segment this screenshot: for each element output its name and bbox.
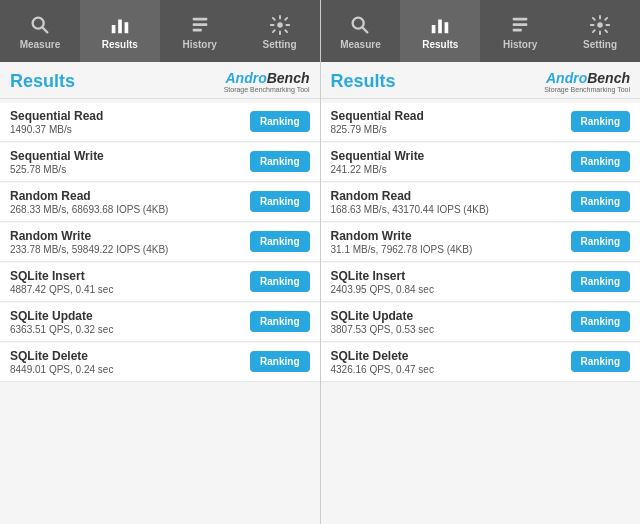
nav-label-setting: Setting — [263, 39, 297, 50]
nav-bar-left: MeasureResultsHistorySetting — [0, 0, 320, 62]
bench-info-4: SQLite Insert2403.95 QPS, 0.84 sec — [331, 269, 571, 295]
results-header-right: ResultsAndroBenchStorage Benchmarking To… — [321, 62, 641, 99]
bench-value-1: 525.78 MB/s — [10, 164, 250, 175]
bench-info-3: Random Write233.78 MB/s, 59849.22 IOPS (… — [10, 229, 250, 255]
panels-container: MeasureResultsHistorySettingResultsAndro… — [0, 0, 640, 524]
ranking-button-3[interactable]: Ranking — [250, 231, 309, 252]
bench-info-2: Random Read168.63 MB/s, 43170.44 IOPS (4… — [331, 189, 571, 215]
svg-rect-3 — [118, 19, 122, 33]
bench-row-0: Sequential Read825.79 MB/sRanking — [321, 103, 641, 142]
nav-item-setting-left[interactable]: Setting — [240, 0, 320, 62]
bench-value-6: 8449.01 QPS, 0.24 sec — [10, 364, 250, 375]
bench-value-1: 241.22 MB/s — [331, 164, 571, 175]
ranking-button-4[interactable]: Ranking — [250, 271, 309, 292]
ranking-button-5[interactable]: Ranking — [571, 311, 630, 332]
bench-list-right: Sequential Read825.79 MB/sRankingSequent… — [321, 99, 641, 524]
ranking-button-3[interactable]: Ranking — [571, 231, 630, 252]
bench-info-6: SQLite Delete4326.16 QPS, 0.47 sec — [331, 349, 571, 375]
bench-value-2: 168.63 MB/s, 43170.44 IOPS (4KB) — [331, 204, 571, 215]
bench-value-2: 268.33 MB/s, 68693.68 IOPS (4KB) — [10, 204, 250, 215]
bench-name-3: Random Write — [331, 229, 571, 243]
svg-line-10 — [363, 27, 368, 32]
search-icon — [28, 13, 52, 37]
bench-list-left: Sequential Read1490.37 MB/sRankingSequen… — [0, 99, 320, 524]
brand-logo-left: AndroBenchStorage Benchmarking Tool — [224, 70, 310, 94]
bench-name-4: SQLite Insert — [10, 269, 250, 283]
bench-row-6: SQLite Delete8449.01 QPS, 0.24 secRankin… — [0, 343, 320, 382]
svg-rect-4 — [124, 22, 128, 33]
bench-row-5: SQLite Update3807.53 QPS, 0.53 secRankin… — [321, 303, 641, 342]
bench-name-6: SQLite Delete — [331, 349, 571, 363]
brand-sub: Storage Benchmarking Tool — [544, 86, 630, 94]
results-header-left: ResultsAndroBenchStorage Benchmarking To… — [0, 62, 320, 99]
bench-name-2: Random Read — [331, 189, 571, 203]
bench-info-0: Sequential Read825.79 MB/s — [331, 109, 571, 135]
bench-name-0: Sequential Read — [10, 109, 250, 123]
bench-info-3: Random Write31.1 MB/s, 7962.78 IOPS (4KB… — [331, 229, 571, 255]
nav-item-results-left[interactable]: Results — [80, 0, 160, 62]
ranking-button-2[interactable]: Ranking — [571, 191, 630, 212]
ranking-button-6[interactable]: Ranking — [571, 351, 630, 372]
ranking-button-1[interactable]: Ranking — [250, 151, 309, 172]
svg-rect-13 — [445, 22, 449, 33]
bench-info-5: SQLite Update3807.53 QPS, 0.53 sec — [331, 309, 571, 335]
ranking-button-0[interactable]: Ranking — [250, 111, 309, 132]
svg-rect-5 — [192, 17, 207, 20]
nav-label-setting: Setting — [583, 39, 617, 50]
ranking-button-2[interactable]: Ranking — [250, 191, 309, 212]
bench-value-0: 825.79 MB/s — [331, 124, 571, 135]
gear-icon — [588, 13, 612, 37]
bench-value-0: 1490.37 MB/s — [10, 124, 250, 135]
ranking-button-6[interactable]: Ranking — [250, 351, 309, 372]
brand-name: AndroBench — [224, 70, 310, 86]
nav-item-results-right[interactable]: Results — [400, 0, 480, 62]
gear-icon — [268, 13, 292, 37]
bench-row-2: Random Read268.33 MB/s, 68693.68 IOPS (4… — [0, 183, 320, 222]
ranking-button-4[interactable]: Ranking — [571, 271, 630, 292]
svg-rect-12 — [438, 19, 442, 33]
ranking-button-0[interactable]: Ranking — [571, 111, 630, 132]
bench-value-5: 3807.53 QPS, 0.53 sec — [331, 324, 571, 335]
search-icon — [348, 13, 372, 37]
brand-name: AndroBench — [544, 70, 630, 86]
panel-right: MeasureResultsHistorySettingResultsAndro… — [321, 0, 641, 524]
bench-info-1: Sequential Write241.22 MB/s — [331, 149, 571, 175]
bench-name-6: SQLite Delete — [10, 349, 250, 363]
svg-rect-15 — [513, 23, 528, 26]
bench-value-3: 31.1 MB/s, 7962.78 IOPS (4KB) — [331, 244, 571, 255]
svg-rect-6 — [192, 23, 207, 26]
brand-sub: Storage Benchmarking Tool — [224, 86, 310, 94]
bench-name-5: SQLite Update — [331, 309, 571, 323]
nav-label-history: History — [503, 39, 537, 50]
bench-row-0: Sequential Read1490.37 MB/sRanking — [0, 103, 320, 142]
nav-item-history-left[interactable]: History — [160, 0, 240, 62]
svg-point-8 — [277, 22, 283, 28]
brand-logo-right: AndroBenchStorage Benchmarking Tool — [544, 70, 630, 94]
history-icon — [508, 13, 532, 37]
svg-rect-16 — [513, 28, 522, 31]
nav-item-measure-left[interactable]: Measure — [0, 0, 80, 62]
bench-row-3: Random Write233.78 MB/s, 59849.22 IOPS (… — [0, 223, 320, 262]
panel-left: MeasureResultsHistorySettingResultsAndro… — [0, 0, 321, 524]
bench-value-6: 4326.16 QPS, 0.47 sec — [331, 364, 571, 375]
nav-item-setting-right[interactable]: Setting — [560, 0, 640, 62]
svg-rect-11 — [432, 25, 436, 33]
bench-name-1: Sequential Write — [331, 149, 571, 163]
nav-item-history-right[interactable]: History — [480, 0, 560, 62]
nav-bar-right: MeasureResultsHistorySetting — [321, 0, 641, 62]
svg-rect-7 — [192, 28, 201, 31]
bench-name-5: SQLite Update — [10, 309, 250, 323]
svg-rect-14 — [513, 17, 528, 20]
results-title-right: Results — [331, 71, 396, 92]
bench-value-4: 4887.42 QPS, 0.41 sec — [10, 284, 250, 295]
nav-item-measure-right[interactable]: Measure — [321, 0, 401, 62]
bench-row-1: Sequential Write241.22 MB/sRanking — [321, 143, 641, 182]
nav-label-results: Results — [422, 39, 458, 50]
ranking-button-1[interactable]: Ranking — [571, 151, 630, 172]
chart-icon — [108, 13, 132, 37]
svg-line-1 — [42, 27, 47, 32]
bench-name-4: SQLite Insert — [331, 269, 571, 283]
ranking-button-5[interactable]: Ranking — [250, 311, 309, 332]
bench-info-2: Random Read268.33 MB/s, 68693.68 IOPS (4… — [10, 189, 250, 215]
bench-row-1: Sequential Write525.78 MB/sRanking — [0, 143, 320, 182]
